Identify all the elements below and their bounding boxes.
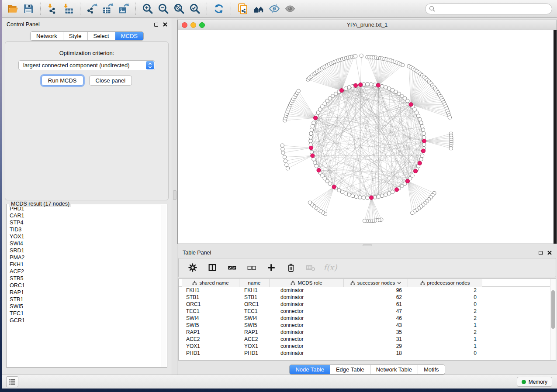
optimization-criterion-select[interactable]: largest connected component (undirected) [18, 60, 155, 70]
table-row[interactable]: YOX1YOX1connector291 [179, 343, 556, 350]
clear-table-button[interactable] [305, 262, 316, 273]
table-cell: 47 [344, 308, 408, 315]
export-table-button[interactable] [100, 2, 116, 16]
table-scrollbar[interactable] [550, 279, 556, 360]
column-header-shared-name[interactable]: shared name [182, 279, 239, 287]
function-builder-button[interactable]: f(x) [325, 262, 336, 273]
table-cell: RAP1 [182, 329, 239, 336]
mcds-list-scrollbar[interactable] [162, 205, 166, 367]
export-table-icon [102, 3, 114, 14]
mcds-result-item[interactable]: GCR1 [10, 317, 161, 324]
table-row[interactable]: RAP1RAP1dominator352 [179, 329, 556, 336]
close-mcds-panel-button[interactable]: Close panel [89, 76, 132, 86]
zoom-selected-button[interactable] [187, 2, 203, 16]
show-graphics-details-button[interactable] [282, 2, 298, 16]
run-mcds-button[interactable]: Run MCDS [42, 76, 83, 86]
column-header-name[interactable]: name [239, 279, 270, 287]
delete-rows-button[interactable] [286, 262, 296, 273]
task-history-button[interactable] [6, 376, 18, 387]
toggle-columns-button[interactable] [207, 262, 218, 273]
add-row-button[interactable] [266, 262, 277, 273]
table-row[interactable]: SWI4SWI4dominator462 [179, 315, 556, 322]
splitter-handle[interactable] [173, 190, 176, 200]
control-panel: Control Panel NetworkStyleSelectMCDS Opt… [2, 18, 172, 375]
table-row[interactable]: ACE2ACE2connector311 [179, 336, 556, 343]
table-cell: FKH1 [239, 287, 270, 294]
mcds-result-item[interactable]: ACE2 [10, 268, 161, 275]
mcds-result-item[interactable]: STB5 [10, 275, 161, 282]
share-document-button[interactable] [235, 2, 251, 16]
export-network-button[interactable] [84, 2, 100, 16]
table-settings-button[interactable] [187, 262, 198, 273]
network-window: YPA_prune.txt_1 [177, 20, 557, 244]
float-panel-icon[interactable] [154, 23, 158, 27]
splitter-handle[interactable] [363, 244, 372, 246]
vertical-splitter[interactable] [172, 18, 177, 375]
table-row[interactable]: ORC1ORC1dominator610 [179, 301, 556, 308]
mcds-result-item[interactable]: SWI5 [10, 303, 161, 310]
mcds-result-item[interactable]: RAP1 [10, 289, 161, 296]
network-nodes[interactable] [280, 54, 453, 223]
tab-mcds[interactable]: MCDS [115, 32, 143, 40]
checked-boxes-icon [227, 263, 237, 272]
table-cell: 43 [344, 322, 408, 329]
column-header-predecessor-nodes[interactable]: predecessor nodes [408, 279, 482, 287]
mcds-result-item[interactable]: TID3 [10, 226, 161, 233]
column-header-MCDS-role[interactable]: MCDS role [270, 279, 344, 287]
import-table-button[interactable] [60, 2, 76, 16]
mcds-result-item[interactable]: STB1 [10, 296, 161, 303]
import-network-button[interactable] [45, 2, 60, 16]
mcds-result-item[interactable]: PMA2 [10, 254, 161, 261]
mcds-result-item[interactable]: TEC1 [10, 310, 161, 317]
save-session-button[interactable] [21, 2, 36, 16]
mcds-result-item[interactable]: YOX1 [10, 233, 161, 240]
application-window: Control Panel NetworkStyleSelectMCDS Opt… [2, 0, 557, 389]
table-cell: SWI5 [182, 322, 239, 329]
table-cell: connector [270, 322, 344, 329]
close-panel-icon[interactable] [547, 251, 552, 255]
mcds-result-item[interactable]: FKH1 [10, 261, 161, 268]
network-overview-button[interactable] [251, 2, 266, 16]
table-row[interactable]: PHD1PHD1dominator180 [179, 350, 556, 357]
float-panel-icon[interactable] [539, 251, 543, 255]
export-image-button[interactable] [116, 2, 131, 16]
column-label: name [248, 280, 261, 285]
zoom-fit-button[interactable] [171, 2, 187, 16]
mcds-result-item[interactable]: ORC1 [10, 282, 161, 289]
tab-network[interactable]: Network [31, 32, 63, 40]
zoom-out-button[interactable] [156, 2, 171, 16]
table-row[interactable]: TEC1TEC1connector472 [179, 308, 556, 315]
mcds-result-item[interactable]: STP4 [10, 219, 161, 226]
table-row[interactable]: FKH1FKH1dominator962 [179, 287, 556, 294]
table-scrollbar-thumb[interactable] [551, 290, 555, 329]
table-cell: TEC1 [239, 308, 270, 315]
tab-motifs[interactable]: Motifs [418, 365, 445, 374]
mcds-result-item[interactable]: SWI4 [10, 240, 161, 247]
tab-style[interactable]: Style [63, 32, 87, 40]
tab-node-table[interactable]: Node Table [290, 365, 330, 374]
memory-button[interactable]: Memory [517, 377, 552, 387]
column-header-successor-nodes[interactable]: successor nodes [344, 279, 408, 287]
close-panel-icon[interactable] [163, 22, 167, 27]
table-row[interactable]: STB1STB1dominator620 [179, 294, 556, 301]
select-stepper-icon [146, 61, 154, 69]
memory-label: Memory [529, 379, 547, 385]
network-graph[interactable] [178, 30, 553, 244]
tab-network-table[interactable]: Network Table [370, 365, 418, 374]
search-box[interactable] [425, 3, 552, 14]
deselect-all-rows-button[interactable] [246, 262, 257, 273]
search-input[interactable] [437, 6, 548, 12]
mcds-result-item[interactable]: SRD1 [10, 247, 161, 254]
tab-select[interactable]: Select [87, 32, 115, 40]
table-panel: Table Panel [177, 247, 557, 375]
refresh-layout-button[interactable] [211, 2, 227, 16]
table-row[interactable]: SWI5SWI5connector431 [179, 322, 556, 329]
hide-graphics-details-button[interactable] [266, 2, 282, 16]
select-all-rows-button[interactable] [227, 262, 237, 273]
open-session-button[interactable] [5, 2, 21, 16]
table-cell: dominator [270, 287, 344, 294]
network-canvas[interactable] [178, 30, 557, 244]
mcds-result-item[interactable]: CAR1 [10, 212, 161, 219]
zoom-in-button[interactable] [140, 2, 156, 16]
tab-edge-table[interactable]: Edge Table [330, 365, 370, 374]
